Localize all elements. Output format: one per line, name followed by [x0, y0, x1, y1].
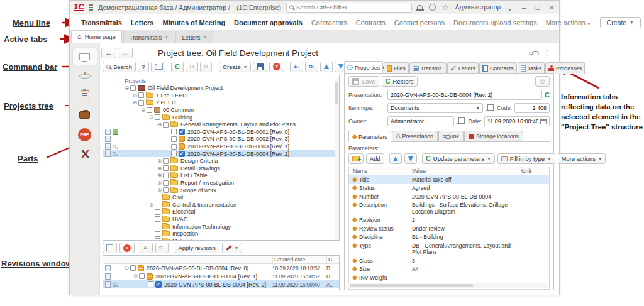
sub-tab-storage-locations[interactable]: Storage locations	[464, 131, 523, 141]
info-tab-properties[interactable]: iProperties	[344, 61, 383, 74]
close-icon[interactable]: ×	[203, 34, 206, 40]
menu-item-documents-upload-settings[interactable]: Documents upload settings	[453, 19, 537, 26]
checkbox[interactable]	[148, 281, 153, 287]
horizontal-scrollbar[interactable]	[348, 283, 547, 288]
expander-minus-icon[interactable]: ⊖	[156, 122, 163, 128]
tree-row[interactable]: Information Technology	[103, 223, 339, 231]
owner-field[interactable]: Administrator	[387, 116, 454, 126]
history-icon[interactable]	[429, 4, 436, 11]
add-button[interactable]: Add	[366, 153, 384, 164]
tree-row[interactable]: ⊕List / Table	[103, 172, 339, 180]
param-more-actions-button[interactable]: More actions▼	[558, 153, 606, 164]
menu-item-contact-persons[interactable]: Contact persons	[394, 19, 445, 26]
rev-sort-desc-button[interactable]: Я↓	[155, 243, 169, 253]
rev-sort-asc-button[interactable]: А↓	[140, 243, 153, 253]
parameter-row[interactable]: Revision2	[349, 216, 549, 225]
checkbox[interactable]	[155, 209, 160, 215]
expander-minus-icon[interactable]: ⊖	[148, 114, 155, 120]
restore-button[interactable]: CRestore	[382, 76, 418, 87]
parameter-row[interactable]: INV Weight	[349, 273, 549, 281]
tree-row[interactable]: ✓2020-GVN-APS-00-BL-DB-0001 [Rev. 0]	[103, 128, 339, 136]
sort-desc-button[interactable]: Я↓	[305, 62, 318, 72]
checkbox[interactable]	[155, 238, 160, 241]
collapse-button[interactable]: ⊖	[186, 62, 198, 72]
tree-row[interactable]: ⊖Oil Field Development Project	[103, 85, 339, 92]
sidebar-item-erp[interactable]: ERP	[73, 126, 97, 143]
menu-item-more-actions[interactable]: More actions▼	[546, 19, 591, 26]
minimize-button[interactable]: –	[520, 4, 528, 11]
param-down-button[interactable]	[404, 153, 417, 164]
rev-cancel-button[interactable]: ×	[119, 243, 135, 253]
tab-letters[interactable]: Letters×	[175, 31, 213, 43]
expand-button[interactable]: ⊕	[200, 62, 213, 72]
checkbox[interactable]	[155, 231, 160, 237]
sidebar-item-tools[interactable]	[73, 146, 97, 162]
close-button[interactable]: ×	[548, 4, 555, 11]
expander-minus-icon[interactable]: ⊖	[123, 85, 130, 91]
move-up-button[interactable]	[320, 62, 333, 72]
presentation-field[interactable]: 2020-GVN-APS-00-BL-DB-0004 [Rev. 2]	[387, 90, 542, 100]
parameter-row[interactable]: Class3	[349, 256, 549, 265]
checkbox[interactable]	[138, 92, 144, 98]
info-tab-contracts[interactable]: Contracts	[479, 62, 517, 74]
apply-revision-button[interactable]: Apply revision	[175, 243, 219, 253]
expander-plus-icon[interactable]: ⊕	[131, 93, 138, 99]
parameter-row[interactable]: DisciplineBL - Building	[349, 233, 549, 242]
tree-row[interactable]: ⊕1 Pre-FEED	[103, 92, 339, 99]
tree-row[interactable]: Civil	[103, 194, 339, 201]
checkbox[interactable]	[171, 136, 177, 142]
more-menu-icon[interactable]: ⋮	[543, 50, 550, 55]
item-type-field[interactable]: Documents▼	[387, 103, 483, 113]
expander-minus-icon[interactable]: ⊖	[132, 273, 139, 279]
checkbox[interactable]	[155, 195, 160, 200]
checkbox[interactable]	[155, 216, 160, 222]
menu-button-create[interactable]: Create▼	[600, 17, 641, 28]
checkbox[interactable]	[171, 151, 177, 156]
maximize-button[interactable]: □	[534, 4, 541, 11]
forward-button[interactable]: →	[118, 48, 133, 58]
menu-item-document-approvals[interactable]: Document approvals	[234, 19, 303, 26]
link-icon[interactable]	[529, 52, 535, 55]
main-menu-icon[interactable]	[89, 4, 93, 6]
fill-in-by-type-button[interactable]: Fill in by type▼	[497, 153, 555, 164]
tree-row[interactable]: ⊕Control & Instrumentation	[103, 201, 339, 209]
tree-row[interactable]: ⊖General Arrangements, Layout and Plot P…	[103, 121, 339, 128]
tab-transmittals[interactable]: Transmittals×	[123, 31, 175, 43]
expander-plus-icon[interactable]: ⊕	[156, 166, 163, 172]
calendar-icon[interactable]	[540, 119, 547, 124]
checkbox[interactable]	[163, 122, 169, 128]
info-tab-transmit-[interactable]: Transmit.	[409, 62, 447, 74]
checkbox[interactable]	[139, 273, 145, 279]
revision-row[interactable]: ⊖…2020-GVN-APS-00-BL-DB-0004 [Rev. 0]10.…	[103, 264, 339, 272]
refresh-icon[interactable]: C	[545, 92, 550, 99]
notifications-icon[interactable]	[417, 5, 423, 10]
menu-item-contracts[interactable]: Contracts	[356, 19, 386, 26]
current-user[interactable]: Администратор	[455, 4, 501, 11]
date-field[interactable]: 11.09.2020 16:00:40	[484, 116, 550, 126]
checkbox[interactable]	[163, 165, 169, 171]
menu-item-transmittals[interactable]: Transmittals	[81, 19, 122, 26]
tree-row[interactable]: ⊖00 Common	[103, 106, 339, 114]
expander-plus-icon[interactable]: ⊕	[156, 173, 163, 178]
checkbox[interactable]	[130, 85, 136, 91]
sidebar-item-projects[interactable]	[73, 107, 97, 123]
close-icon[interactable]: ×	[165, 34, 168, 40]
checkbox[interactable]	[147, 107, 152, 113]
tree-row[interactable]: ⊕Report / Investigation	[103, 179, 339, 187]
checkbox[interactable]	[163, 180, 169, 186]
expander-plus-icon[interactable]: ⊕	[156, 158, 163, 164]
expander-minus-icon[interactable]: ⊖	[123, 265, 130, 271]
expander-plus-icon[interactable]: ⊕	[156, 187, 163, 193]
tree-row[interactable]: ⊖Building	[103, 114, 339, 121]
parameter-row[interactable]: Number2020-GVN-APS-00-BL-DB-0004	[349, 192, 549, 201]
help-button[interactable]: ?	[138, 62, 149, 72]
tree-row[interactable]: ⊕Detail Drawings	[103, 165, 339, 172]
parameter-row[interactable]: StatusAgreed	[349, 184, 549, 193]
tree-row[interactable]: Material	[103, 238, 339, 241]
sidebar-item-tasks[interactable]	[73, 87, 97, 104]
parameter-row[interactable]: TitleMaterial take off	[349, 175, 549, 184]
code-field[interactable]: 2 408	[514, 103, 550, 113]
refresh-button[interactable]: C	[171, 62, 184, 72]
sub-tab-parameters[interactable]: Parameters	[348, 131, 391, 142]
open-icon[interactable]	[457, 119, 462, 124]
